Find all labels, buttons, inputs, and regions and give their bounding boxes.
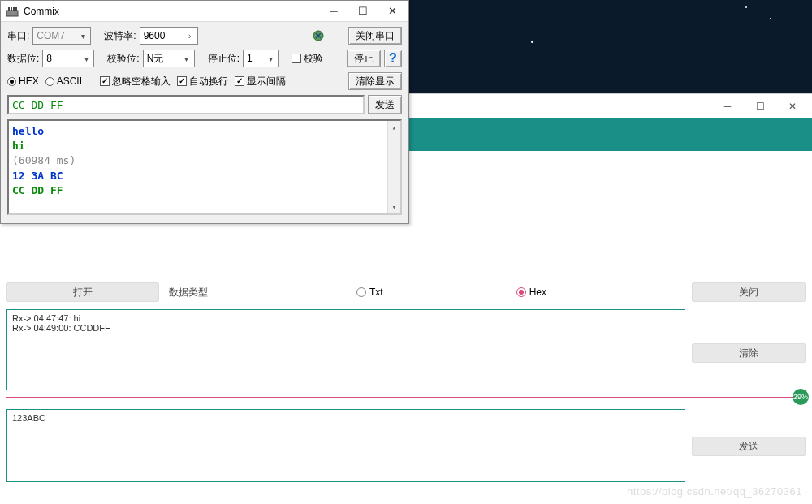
- chevron-down-icon: ▾: [77, 32, 89, 41]
- baud-combo[interactable]: 9600 ›: [140, 27, 198, 45]
- databits-row: 数据位: 8 ▾ 校验位: N无 ▾ 停止位: 1 ▾ 校验 停止: [7, 50, 402, 67]
- scrollbar[interactable]: ▴ ▾: [387, 121, 400, 213]
- svg-rect-1: [8, 7, 10, 11]
- log-line: 12 3A BC: [12, 169, 397, 183]
- radio-icon: [356, 287, 366, 297]
- checkbox-icon: [235, 76, 244, 86]
- chevron-down-icon: ▾: [80, 54, 92, 63]
- clear-button[interactable]: 清除: [692, 343, 806, 363]
- commix-window: Commix ─ ☐ ✕ 串口: COM7 ▾ 波特率: 9600 › 关闭串口: [0, 0, 409, 224]
- checkbox-icon: [100, 76, 110, 86]
- svg-rect-2: [11, 7, 12, 11]
- radio-icon: [516, 287, 526, 297]
- hex-radio-bottom[interactable]: Hex: [516, 286, 546, 298]
- rx-line: Rx-> 04:49:00: CCDDFF: [12, 323, 680, 333]
- clear-display-button[interactable]: 清除显示: [348, 72, 402, 90]
- bg-minimize-button[interactable]: ─: [711, 96, 744, 117]
- scroll-up-icon[interactable]: ▴: [388, 121, 400, 134]
- separator: 29%: [6, 397, 806, 398]
- tx-textarea[interactable]: 123ABC: [6, 409, 685, 482]
- svg-rect-0: [6, 11, 18, 16]
- log-line: (60984 ms): [12, 153, 397, 168]
- databits-label: 数据位:: [7, 52, 39, 66]
- settings-icon[interactable]: [311, 28, 326, 43]
- log-area[interactable]: hellohi(60984 ms)12 3A BCCC DD FF ▴ ▾: [7, 119, 402, 215]
- radio-icon: [7, 77, 16, 86]
- bg-window-titlebar: ─ ☐ ✕: [409, 94, 812, 118]
- log-line: hi: [12, 139, 397, 153]
- stop-button[interactable]: 停止: [347, 50, 381, 67]
- checkbox-icon: [177, 76, 187, 86]
- maximize-button[interactable]: ☐: [348, 2, 378, 20]
- parity-label: 校验位:: [107, 52, 139, 66]
- close-button[interactable]: ✕: [378, 2, 407, 20]
- background-window: ─ ☐ ✕: [409, 93, 812, 158]
- log-line: hello: [12, 124, 397, 139]
- control-row: 打开 数据类型 Txt Hex: [6, 280, 685, 304]
- port-row: 串口: COM7 ▾ 波特率: 9600 › 关闭串口: [7, 27, 402, 45]
- bg-window-toolbar: [409, 118, 812, 151]
- desktop-background: [409, 0, 812, 101]
- databits-combo[interactable]: 8 ▾: [42, 50, 94, 67]
- rx-line: Rx-> 04:47:47: hi: [12, 313, 680, 323]
- stopbits-label: 停止位:: [208, 52, 240, 66]
- chevron-down-icon: ▾: [265, 54, 276, 63]
- progress-badge: 29%: [793, 389, 809, 405]
- chevron-right-icon: ›: [184, 32, 196, 41]
- port-combo[interactable]: COM7 ▾: [32, 27, 91, 45]
- send-input[interactable]: [7, 95, 365, 114]
- parity-combo[interactable]: N无 ▾: [143, 50, 195, 67]
- send-button[interactable]: 发送: [368, 95, 402, 114]
- svg-rect-3: [13, 7, 15, 11]
- radio-icon: [45, 77, 54, 86]
- hex-radio[interactable]: HEX: [7, 75, 39, 87]
- star-icon: [531, 41, 533, 43]
- checkbox-icon: [292, 54, 301, 63]
- stopbits-combo[interactable]: 1 ▾: [243, 50, 279, 67]
- baud-label: 波特率:: [104, 29, 136, 43]
- watermark: https://blog.csdn.net/qq_36270361: [627, 485, 802, 498]
- send-row: 发送: [7, 95, 402, 114]
- log-line: CC DD FF: [12, 183, 397, 198]
- format-row: HEX ASCII 忽略空格输入 自动换行 显示间隔 清除显示: [7, 72, 402, 90]
- chevron-down-icon: ▾: [181, 54, 192, 63]
- commix-body: 串口: COM7 ▾ 波特率: 9600 › 关闭串口 数据位: 8 ▾: [1, 22, 408, 223]
- serial-monitor-panel: 打开 数据类型 Txt Hex Rx-> 04:47:47: hiRx-> 04…: [6, 280, 806, 482]
- commix-title: Commix: [24, 6, 319, 17]
- show-gap-checkbox[interactable]: 显示间隔: [235, 75, 286, 88]
- check-checkbox[interactable]: 校验: [292, 52, 323, 66]
- svg-rect-4: [15, 7, 17, 11]
- star-icon: [745, 6, 747, 8]
- auto-wrap-checkbox[interactable]: 自动换行: [177, 75, 228, 88]
- help-button[interactable]: ?: [384, 50, 402, 67]
- commix-titlebar[interactable]: Commix ─ ☐ ✕: [1, 1, 408, 22]
- data-type-label: 数据类型: [169, 286, 208, 299]
- send-button-bottom[interactable]: 发送: [692, 437, 806, 456]
- port-label: 串口:: [7, 29, 29, 43]
- commix-app-icon: [6, 6, 19, 17]
- ignore-space-checkbox[interactable]: 忽略空格输入: [100, 75, 171, 88]
- rx-textarea[interactable]: Rx-> 04:47:47: hiRx-> 04:49:00: CCDDFF: [6, 309, 685, 390]
- tx-value: 123ABC: [12, 413, 45, 423]
- minimize-button[interactable]: ─: [319, 2, 348, 20]
- open-button[interactable]: 打开: [6, 282, 159, 302]
- bg-close-button[interactable]: ✕: [776, 96, 809, 117]
- scroll-down-icon[interactable]: ▾: [388, 200, 400, 213]
- close-button-bottom[interactable]: 关闭: [692, 282, 806, 302]
- close-port-button[interactable]: 关闭串口: [348, 27, 402, 45]
- txt-radio[interactable]: Txt: [356, 286, 383, 298]
- bg-maximize-button[interactable]: ☐: [744, 96, 776, 117]
- ascii-radio[interactable]: ASCII: [45, 75, 82, 87]
- star-icon: [770, 18, 771, 19]
